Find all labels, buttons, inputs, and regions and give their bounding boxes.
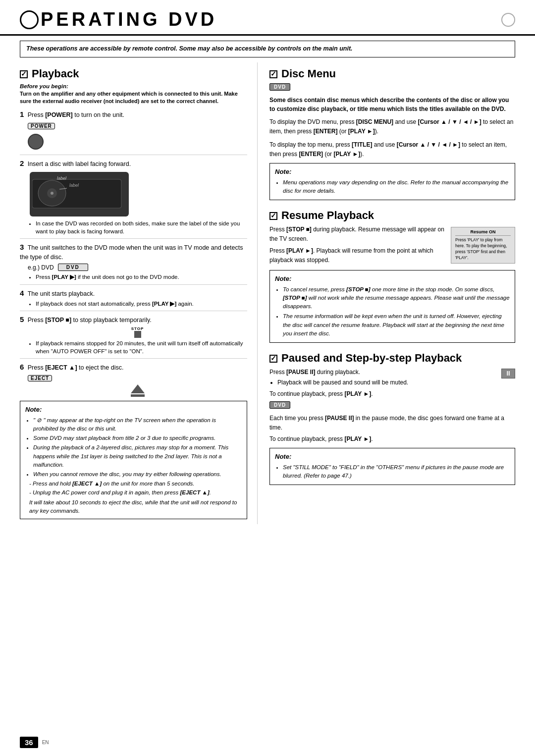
- playback-note-sub2: - Unplug the AC power cord and plug it i…: [29, 488, 242, 497]
- stop-label: STOP: [131, 326, 144, 331]
- paused-para3: Each time you press [PAUSE II] in the pa…: [269, 414, 515, 432]
- resume-note-list: To cancel resume, press [STOP ■] one mor…: [275, 285, 510, 338]
- playback-note-box: Note: " ⊘ " may appear at the top-right …: [20, 401, 247, 519]
- step-1: 1 Press [POWER] to turn on the unit. POW…: [20, 110, 247, 155]
- disc-menu-heading-text: Disc Menu: [281, 67, 336, 80]
- paused-para1: Press [PAUSE II] during playback. Playba…: [269, 368, 497, 399]
- disc-label-text: label: [57, 176, 66, 181]
- page-lang: EN: [42, 740, 49, 745]
- disc-menu-note-1: Menu operations may vary depending on th…: [283, 178, 510, 196]
- paused-continue-1: To continue playback, press [PLAY ►].: [269, 389, 497, 399]
- step-5-sub: If playback remains stopped for 20 minut…: [28, 339, 247, 355]
- paused-bullet-1: Playback will be paused and sound will b…: [277, 378, 497, 387]
- disc-image: label label: [30, 172, 129, 216]
- step-2-num: 2: [20, 159, 24, 167]
- paused-note-title: Note:: [275, 452, 510, 462]
- resume-on-title: Resume ON: [455, 229, 511, 236]
- disc-menu-para2: To display the top menu, press [TITLE] a…: [269, 140, 515, 159]
- paused-note-box: Note: Set "STILL MODE" to "FIELD" in the…: [269, 448, 515, 485]
- power-button-icon: [28, 134, 44, 150]
- step-5: 5 Press [STOP ■] to stop playback tempor…: [20, 315, 247, 359]
- disc-menu-note-title: Note:: [275, 167, 510, 177]
- playback-heading-text: Playback: [32, 67, 79, 80]
- playback-section: Playback Before you begin: Turn on the a…: [20, 67, 247, 520]
- eg-text: e.g.) DVD: [28, 264, 54, 271]
- paused-heading-text: Paused and Step-by-step Playback: [281, 352, 462, 365]
- resume-note-1: To cancel resume, press [STOP ■] one mor…: [283, 285, 510, 311]
- resume-on-box: Resume ON Press 'PLAY' to play from here…: [451, 227, 515, 264]
- eject-button-icon: [28, 384, 247, 397]
- resume-note-2: The resume information will be kept even…: [283, 312, 510, 338]
- two-column-layout: Playback Before you begin: Turn on the a…: [0, 62, 535, 525]
- step-2: 2 Insert a disc with label facing forwar…: [20, 159, 247, 239]
- paused-dvd-badge: DVD: [269, 401, 290, 409]
- eject-triangle-icon: [131, 384, 145, 393]
- step-6: 6 Press [EJECT ▲] to eject the disc. EJE…: [20, 363, 247, 397]
- playback-note-4: When you cannot remove the disc, you may…: [33, 470, 242, 479]
- resume-on-text: Press 'PLAY' to play from here. To play …: [455, 237, 511, 261]
- disc-menu-note-box: Note: Menu operations may vary depending…: [269, 163, 515, 200]
- resume-playback-heading-text: Resume Playback: [281, 209, 374, 222]
- disc-menu-checkbox-icon: [269, 70, 277, 78]
- o-circle-icon: [20, 10, 39, 29]
- step-5-num: 5: [20, 315, 24, 324]
- intro-note-text: These operations are accessible by remot…: [26, 45, 353, 52]
- playback-note-sub1: - Press and hold [EJECT ▲] on the unit f…: [29, 480, 242, 488]
- page-number: 36: [20, 737, 38, 748]
- step-5-bullet: If playback remains stopped for 20 minut…: [36, 339, 247, 355]
- stop-square-icon: [134, 331, 141, 338]
- step-4: 4 The unit starts playback. If playback …: [20, 289, 247, 312]
- left-column: Playback Before you begin: Turn on the a…: [0, 62, 258, 525]
- disc-menu-dvd-badge: DVD: [269, 83, 290, 91]
- playback-note-list: " ⊘ " may appear at the top-right on the…: [25, 416, 242, 479]
- svg-point-3: [51, 192, 54, 195]
- intro-note: These operations are accessible by remot…: [20, 41, 515, 57]
- playback-note-sub3: It will take about 10 seconds to eject t…: [29, 498, 242, 516]
- right-column: Disc Menu DVD Some discs contain disc me…: [258, 62, 535, 525]
- step-2-bullet: In case the DVD was recorded on both sid…: [36, 219, 247, 235]
- dvd-mode-row: e.g.) DVD DVD: [28, 264, 247, 271]
- step-6-num: 6: [20, 363, 24, 371]
- step-2-sub: In case the DVD was recorded on both sid…: [28, 219, 247, 235]
- pause-badge-icon: II: [501, 369, 515, 378]
- step-4-sub: If playback does not start automatically…: [28, 300, 247, 308]
- resume-note-title: Note:: [275, 274, 510, 284]
- page-footer: 36 EN: [20, 737, 49, 748]
- step-5-text: Press [STOP ■] to stop playback temporar…: [28, 317, 152, 324]
- power-badge: POWER: [28, 123, 55, 129]
- eject-bar-icon: [131, 394, 145, 397]
- step-1-num: 1: [20, 110, 24, 118]
- paused-note-list: Set "STILL MODE" to "FIELD" in the "OTHE…: [275, 463, 510, 481]
- step-2-text: Insert a disc with label facing forward.: [28, 161, 131, 167]
- resume-note-box: Note: To cancel resume, press [STOP ■] o…: [269, 270, 515, 343]
- step-3-sub: Press [PLAY ▶] if the unit does not go t…: [28, 273, 247, 281]
- disc-menu-section: Disc Menu DVD Some discs contain disc me…: [269, 67, 515, 201]
- resume-text-block: Press [STOP ■] during playback. Resume m…: [269, 225, 445, 265]
- page-title: PERATING DVD: [20, 9, 217, 30]
- disc-menu-heading: Disc Menu: [269, 67, 515, 80]
- playback-note-title: Note:: [25, 405, 242, 415]
- page: PERATING DVD These operations are access…: [0, 0, 535, 756]
- playback-heading: Playback: [20, 67, 247, 80]
- header-title-text: PERATING DVD: [41, 9, 217, 30]
- eject-badge: EJECT: [28, 375, 52, 381]
- header-circle-decoration: [501, 13, 515, 27]
- paused-bullet-list: Playback will be paused and sound will b…: [277, 378, 497, 387]
- step-4-bullet: If playback does not start automatically…: [36, 300, 247, 308]
- paused-note-1: Set "STILL MODE" to "FIELD" in the "OTHE…: [283, 463, 510, 481]
- playback-note-1: " ⊘ " may appear at the top-right on the…: [33, 416, 242, 433]
- step-4-num: 4: [20, 289, 24, 297]
- playback-note-2: Some DVD may start playback from title 2…: [33, 434, 242, 442]
- resume-playback-section: Resume Playback Press [STOP ■] during pl…: [269, 209, 515, 343]
- paused-checkbox-icon: [269, 355, 277, 363]
- step-3-text: The unit switches to the DVD mode when t…: [20, 244, 243, 261]
- step-6-text: Press [EJECT ▲] to eject the disc.: [28, 364, 124, 371]
- disc-menu-intro: Some discs contain disc menus which desc…: [269, 96, 515, 113]
- step-3: 3 The unit switches to the DVD mode when…: [20, 243, 247, 285]
- disc-svg: label: [32, 174, 126, 214]
- step-3-num: 3: [20, 243, 24, 251]
- stop-button-display: STOP: [28, 326, 247, 338]
- step-3-bullet: Press [PLAY ▶] if the unit does not go t…: [36, 273, 247, 281]
- step-1-text: Press [POWER] to turn on the unit.: [28, 111, 124, 118]
- disc-menu-para1: To display the DVD menu, press [DISC MEN…: [269, 117, 515, 136]
